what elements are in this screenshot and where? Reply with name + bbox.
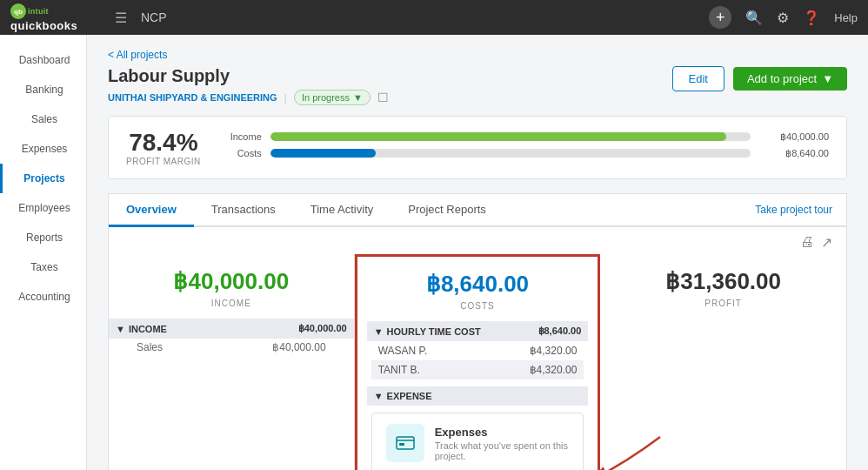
expenses-card-icon [386,424,424,462]
income-detail-item-sales: Sales ฿40,000.00 [123,339,340,356]
status-badge[interactable]: In progress ▼ [294,90,371,105]
progress-bars: Income ฿40,000.00 Costs ฿8,640.00 [227,131,829,164]
costs-bar-row: Costs ฿8,640.00 [227,148,829,159]
sidebar-item-taxes[interactable]: Taxes [0,252,86,282]
intuit-label: intuit [28,7,49,16]
project-title: Labour Supply [108,66,389,86]
project-header-actions: Edit Add to project ▼ [672,66,848,91]
costs-cell: ฿8,640.00 COSTS ▼ HOURLY TIME COST ฿8,64… [355,254,601,470]
settings-icon[interactable]: ⚙ [777,10,789,26]
expense-label: EXPENSE [387,391,432,401]
company-link[interactable]: UNITHAI SHIPYARD & ENGINEERING [108,92,277,103]
wasan-label: WASAN P. [378,345,428,357]
income-collapse-icon[interactable]: ▼ [116,324,125,334]
sidebar-item-projects[interactable]: Projects [0,164,86,193]
income-bar-amount: ฿40,000.00 [759,131,829,143]
costs-bar-amount: ฿8,640.00 [759,148,829,159]
income-amount: ฿40,000.00 [123,268,340,295]
income-bar-fill [270,132,727,141]
progress-section: 78.4% PROFIT MARGIN Income ฿40,000.00 Co… [108,116,847,179]
income-bar-track [270,132,751,141]
profit-cell: ฿31,360.00 PROFIT [600,254,846,470]
edit-button[interactable]: Edit [672,66,724,91]
sidebar-item-expenses[interactable]: Expenses [0,134,86,164]
income-bar-row: Income ฿40,000.00 [227,131,829,143]
hourly-cost-header: ▼ HOURLY TIME COST ฿8,640.00 [367,321,589,341]
tabs-bar: Overview Transactions Time Activity Proj… [108,193,847,227]
search-icon[interactable]: 🔍 [745,10,763,26]
tab-time-activity[interactable]: Time Activity [293,194,391,227]
app-name-label: quickbooks [10,19,77,32]
expenses-card-desc: Track what you've spent on this project. [435,440,570,461]
income-cell: ฿40,000.00 INCOME ▼ INCOME ฿40,000.00 [109,254,355,470]
sidebar-item-banking[interactable]: Banking [0,75,86,104]
sidebar-item-dashboard[interactable]: Dashboard [0,45,86,75]
toolbar: 🖨 ↗ [108,227,847,254]
profit-amount: ฿31,360.00 [614,268,832,295]
summary-grid: ฿40,000.00 INCOME ▼ INCOME ฿40,000.00 [108,254,847,470]
tab-overview[interactable]: Overview [109,194,194,227]
hourly-collapse-icon[interactable]: ▼ [374,326,384,337]
hamburger-icon[interactable]: ☰ [115,10,127,26]
company-name: NCP [141,10,167,24]
sidebar-item-employees[interactable]: Employees [0,193,86,223]
meta-divider: | [284,91,287,104]
hourly-item-tanit: TANIT B. ฿4,320.00 [371,360,584,379]
status-chevron-icon: ▼ [353,92,363,103]
income-item-sales-amount: ฿40,000.00 [272,341,325,353]
costs-bar-track [270,149,751,158]
svg-text:qb: qb [14,7,23,15]
add-to-project-button[interactable]: Add to project ▼ [733,67,847,91]
expense-header: ▼ EXPENSE [367,386,589,406]
expense-cards-container: Expenses Track what you've spent on this… [371,413,584,470]
sidebar-item-accounting[interactable]: Accounting [0,282,86,312]
income-detail-header-label: ▼ INCOME [116,323,167,334]
tanit-amount: ฿4,320.00 [530,364,578,376]
content-area: All projects Labour Supply UNITHAI SHIPY… [87,35,868,470]
help-label[interactable]: Help [834,11,858,24]
quickbooks-logo-icon: qb [10,3,26,19]
income-item-sales-label: Sales [137,341,163,353]
tanit-label: TANIT B. [378,364,420,376]
take-project-tour-link[interactable]: Take project tour [741,195,846,225]
project-header: Labour Supply UNITHAI SHIPYARD & ENGINEE… [108,66,847,105]
hourly-cost-label: HOURLY TIME COST [387,326,481,337]
tab-list: Overview Transactions Time Activity Proj… [109,194,846,227]
income-detail-header-amount: ฿40,000.00 [298,323,347,334]
costs-amount: ฿8,640.00 [371,271,584,298]
status-label: In progress [302,92,350,103]
project-meta: UNITHAI SHIPYARD & ENGINEERING | In prog… [108,90,389,105]
breadcrumb[interactable]: All projects [108,49,847,61]
hourly-cost-header-left: ▼ HOURLY TIME COST [374,326,481,337]
nav-right-area: + 🔍 ⚙ ❓ Help [709,6,858,29]
costs-bar-fill [270,149,376,158]
sidebar-item-sales[interactable]: Sales [0,104,86,134]
hourly-cost-amount: ฿8,640.00 [538,326,582,337]
export-icon[interactable]: ↗ [821,234,832,251]
expenses-card-text: Expenses Track what you've spent on this… [435,426,570,461]
tab-transactions[interactable]: Transactions [194,194,293,227]
costs-bar-label: Costs [227,148,262,158]
income-label: INCOME [123,299,340,308]
svg-rect-4 [399,443,404,446]
help-circle-icon[interactable]: ❓ [803,10,820,26]
sidebar-item-reports[interactable]: Reports [0,223,86,252]
sidebar: Dashboard Banking Sales Expenses Project… [0,35,87,470]
tab-project-reports[interactable]: Project Reports [391,194,504,227]
income-detail: ▼ INCOME ฿40,000.00 Sales ฿40,000.00 [123,319,340,356]
add-to-project-label: Add to project [747,72,817,85]
expenses-card-title: Expenses [435,426,570,439]
expense-collapse-icon[interactable]: ▼ [374,391,384,401]
logo-area: qb intuit quickbooks [10,3,115,32]
project-info: Labour Supply UNITHAI SHIPYARD & ENGINEE… [108,66,389,105]
add-chevron-icon: ▼ [822,72,833,85]
costs-label: COSTS [371,301,584,311]
hourly-item-wasan: WASAN P. ฿4,320.00 [371,341,584,360]
expenses-card[interactable]: Expenses Track what you've spent on this… [371,413,584,470]
profit-margin-widget: 78.4% PROFIT MARGIN [126,129,201,166]
main-content: All projects Labour Supply UNITHAI SHIPY… [87,35,868,470]
print-icon[interactable]: 🖨 [800,234,814,251]
bookmark-icon[interactable]: ☐ [377,91,389,104]
profit-label: PROFIT [614,299,832,308]
add-button[interactable]: + [709,6,731,29]
